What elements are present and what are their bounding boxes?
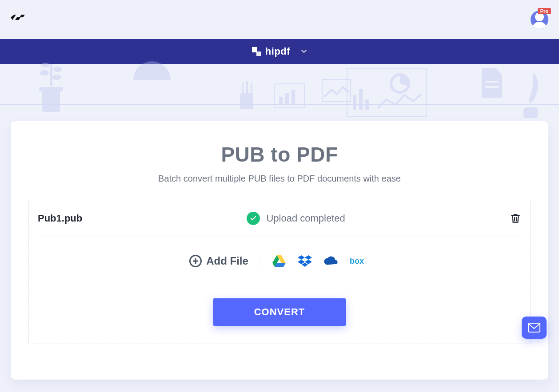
file-row: Pub1.pub Upload completed: [38, 200, 521, 237]
svg-rect-8: [256, 51, 261, 56]
main-card: PUB to PDF Batch convert multiple PUB fi…: [11, 121, 548, 380]
brand-icon: [252, 47, 261, 56]
svg-point-14: [41, 63, 49, 67]
svg-rect-27: [359, 89, 363, 110]
page-subtitle: Batch convert multiple PUB files to PDF …: [28, 174, 531, 184]
check-icon: [247, 212, 260, 225]
wondershare-logo[interactable]: [11, 15, 30, 24]
dashboard-icon: [347, 68, 427, 117]
google-drive-icon[interactable]: [272, 255, 286, 267]
svg-point-12: [40, 70, 49, 75]
brand-dropdown[interactable]: hipdf: [252, 46, 307, 57]
delete-file-button[interactable]: [510, 213, 521, 224]
doc-icon: [480, 68, 504, 98]
mail-icon: [528, 323, 540, 333]
top-header: Pro: [0, 0, 559, 39]
lamp-icon: [133, 61, 171, 83]
page-title: PUB to PDF: [28, 143, 531, 166]
chevron-down-icon: [301, 46, 307, 57]
svg-marker-36: [298, 255, 305, 260]
svg-text:box: box: [350, 257, 364, 265]
pro-badge: Pro: [538, 8, 551, 14]
dropbox-icon[interactable]: [298, 255, 312, 267]
file-name: Pub1.pub: [38, 213, 82, 224]
box-icon[interactable]: box: [349, 255, 370, 267]
svg-rect-18: [246, 81, 248, 94]
svg-rect-23: [291, 90, 295, 105]
svg-marker-4: [11, 17, 14, 20]
upload-status: Upload completed: [247, 212, 345, 225]
convert-button[interactable]: CONVERT: [213, 298, 346, 326]
account-area[interactable]: Pro: [531, 11, 548, 28]
svg-rect-21: [279, 97, 283, 105]
divider: [260, 255, 260, 267]
svg-point-15: [52, 75, 61, 80]
svg-rect-25: [347, 68, 427, 117]
add-file-label: Add File: [206, 255, 248, 267]
svg-marker-2: [20, 15, 25, 17]
upload-status-text: Upload completed: [266, 213, 345, 224]
mini-chart-icon: [274, 83, 305, 108]
svg-rect-32: [523, 107, 538, 118]
svg-rect-42: [528, 323, 540, 332]
quill-icon: [515, 73, 547, 122]
plant-icon: [31, 59, 71, 117]
plus-icon: [189, 255, 202, 267]
svg-rect-19: [251, 83, 252, 94]
drop-area: Pub1.pub Upload completed Add File: [28, 200, 531, 344]
svg-rect-9: [42, 91, 60, 112]
svg-rect-26: [353, 95, 356, 110]
add-row: Add File: [38, 255, 521, 267]
brand-label: hipdf: [265, 46, 290, 57]
pencil-cup-icon: [236, 81, 258, 112]
svg-marker-40: [302, 263, 308, 267]
svg-rect-22: [285, 93, 289, 105]
onedrive-icon[interactable]: [323, 255, 338, 267]
svg-rect-17: [242, 83, 244, 94]
menubar: hipdf: [0, 39, 559, 64]
email-fab[interactable]: [522, 317, 547, 339]
svg-rect-20: [274, 83, 305, 108]
svg-point-13: [53, 67, 62, 72]
svg-marker-0: [11, 15, 16, 17]
svg-marker-37: [305, 255, 312, 260]
svg-rect-28: [365, 99, 369, 110]
svg-rect-16: [240, 93, 253, 109]
add-file-button[interactable]: Add File: [189, 255, 248, 267]
svg-rect-10: [39, 87, 63, 91]
